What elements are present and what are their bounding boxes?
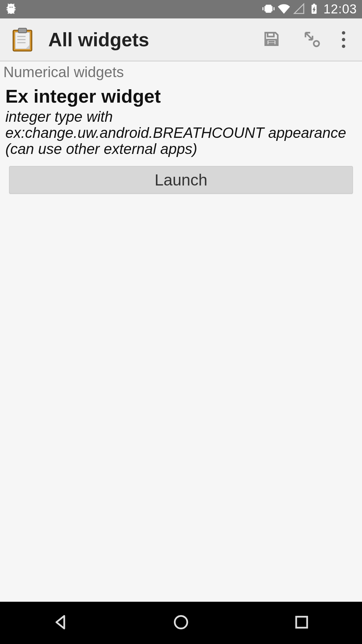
widget-subtitle: integer type with ex:change.uw.android.B… [3, 109, 359, 163]
page-title: All widgets [48, 29, 251, 51]
svg-rect-12 [296, 617, 307, 628]
more-vert-icon [342, 31, 345, 48]
battery-charging-icon [308, 3, 320, 16]
section-header: Numerical widgets [3, 63, 359, 83]
nav-bar [0, 602, 362, 644]
clipboard-icon[interactable] [10, 27, 35, 52]
launch-button[interactable]: Launch [9, 166, 353, 194]
jump-button[interactable] [292, 18, 332, 61]
svg-rect-2 [18, 28, 27, 33]
nav-back-icon [51, 627, 70, 633]
jump-icon [302, 30, 321, 50]
more-menu-button[interactable] [332, 31, 355, 48]
svg-point-11 [175, 616, 187, 628]
nav-home-button[interactable] [172, 613, 190, 633]
cell-signal-icon [293, 3, 305, 16]
content-area: Numerical widgets Ex integer widget inte… [0, 61, 362, 194]
toolbar: All widgets [0, 18, 362, 61]
save-icon [262, 30, 281, 50]
nav-recents-button[interactable] [292, 613, 311, 633]
status-bar: 12:03 [0, 0, 362, 18]
svg-rect-1 [15, 32, 29, 49]
nav-recents-icon [292, 627, 311, 633]
wifi-icon [278, 3, 290, 16]
status-time: 12:03 [323, 2, 357, 16]
nav-home-icon [172, 627, 190, 633]
nav-back-button[interactable] [51, 613, 70, 633]
save-button[interactable] [251, 18, 292, 61]
status-right: 12:03 [262, 2, 357, 16]
svg-point-10 [314, 41, 319, 46]
status-left [5, 3, 17, 16]
widget-title: Ex integer widget [3, 83, 359, 109]
svg-rect-6 [267, 33, 274, 37]
vibrate-icon [262, 3, 275, 16]
android-debug-icon [5, 3, 17, 16]
